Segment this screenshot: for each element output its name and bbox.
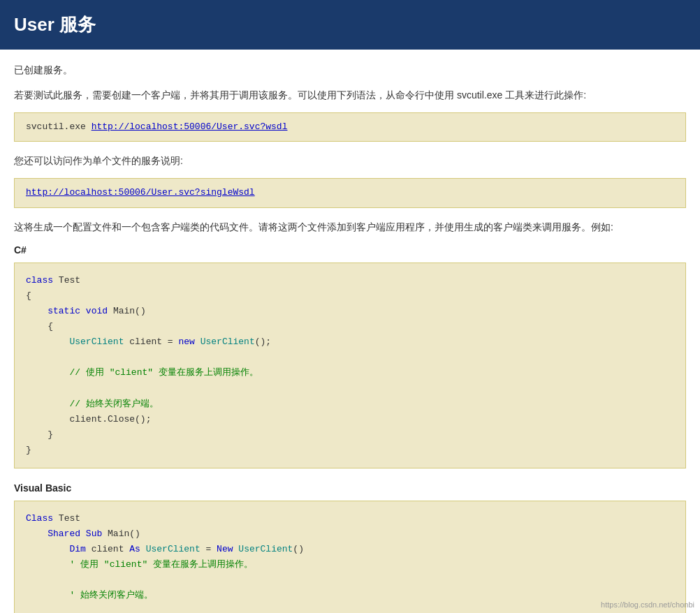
vb-ctor-parens: () — [293, 544, 304, 554]
vb-kw-dim: Dim — [69, 544, 85, 554]
cs-kw-void: void — [86, 306, 108, 316]
vb-label: Visual Basic — [14, 482, 686, 494]
vb-main-decl: Main() — [108, 529, 140, 539]
vb-kw-shared: Shared — [48, 529, 80, 539]
intro-line2: 若要测试此服务，需要创建一个客户端，并将其用于调用该服务。可以使用下列语法，从命… — [14, 87, 686, 104]
intro-line1: 已创建服务。 — [14, 62, 686, 79]
vb-comment1: ' 使用 "client" 变量在服务上调用操作。 — [69, 559, 253, 570]
vb-comment2-partial: ' 始终关闭客户端。 — [69, 590, 153, 600]
vb-kw-sub: Sub — [86, 529, 102, 539]
cs-var-client: client = — [129, 337, 178, 347]
cs-close-brace1: } — [26, 445, 31, 455]
csharp-code-block: class Test { static void Main() { UserCl… — [14, 263, 686, 468]
vb-kw-class: Class — [26, 513, 53, 524]
vb-class-name: Test — [59, 513, 80, 524]
vb-assign: = — [206, 544, 217, 554]
cs-userclient-type: UserClient — [69, 337, 124, 347]
vb-kw-as: As — [129, 544, 140, 554]
intro-line3: 您还可以访问作为单个文件的服务说明: — [14, 153, 686, 170]
cs-comment2: // 始终关闭客户端。 — [69, 399, 158, 409]
cs-open-brace2: { — [48, 321, 53, 332]
header-bar: User 服务 — [0, 0, 700, 50]
page-title: User 服务 — [14, 13, 686, 37]
cs-open-brace1: { — [26, 290, 31, 301]
cs-userclient-ctor: UserClient — [200, 337, 255, 347]
cs-main-decl: Main() — [113, 306, 146, 316]
cs-close-brace2: } — [48, 429, 53, 440]
single-wsdl-link[interactable]: http://localhost:50006/User.svc?singleWs… — [26, 187, 255, 198]
svcutil-command-block: svcutil.exe http://localhost:50006/User.… — [14, 112, 686, 142]
cs-class-name: Test — [59, 275, 80, 286]
vb-var-client: client — [92, 544, 130, 554]
watermark: https://blog.csdn.net/chonbi — [601, 600, 694, 609]
cs-comment1: // 使用 "client" 变量在服务上调用操作。 — [69, 367, 258, 378]
vb-type-userclient: UserClient — [146, 544, 200, 554]
vb-kw-new: New — [217, 544, 233, 554]
svcutil-url-link[interactable]: http://localhost:50006/User.svc?wsdl — [92, 121, 288, 132]
cs-ctor-parens: (); — [255, 337, 271, 347]
intro-line4: 这将生成一个配置文件和一个包含客户端类的代码文件。请将这两个文件添加到客户端应用… — [14, 219, 686, 236]
csharp-label: C# — [14, 244, 686, 256]
vb-userclient-ctor: UserClient — [238, 544, 293, 554]
cs-kw-new: new — [178, 337, 194, 347]
cs-kw-class: class — [26, 275, 53, 286]
vb-code-block: Class Test Shared Sub Main() Dim client … — [14, 501, 686, 613]
main-content: 已创建服务。 若要测试此服务，需要创建一个客户端，并将其用于调用该服务。可以使用… — [0, 50, 700, 613]
cs-client-close: client.Close(); — [69, 414, 151, 424]
single-wsdl-block: http://localhost:50006/User.svc?singleWs… — [14, 178, 686, 208]
cs-kw-static: static — [48, 306, 80, 316]
svcutil-cmd-text: svcutil.exe — [26, 121, 92, 132]
